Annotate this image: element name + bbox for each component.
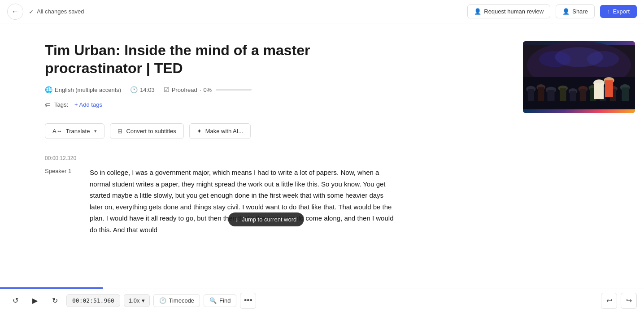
translate-icon: A↔	[52, 128, 62, 134]
svg-rect-10	[560, 88, 566, 101]
undo-icon: ↩	[606, 296, 612, 305]
video-preview	[523, 41, 635, 113]
proofread-progress-bar	[216, 89, 252, 91]
clock-icon: 🕐	[130, 86, 138, 93]
player-bar: ↺ ▶ ↻ 00:02:51.960 1.0x ▾ 🕐 Timecode 🔍 F…	[0, 289, 644, 312]
svg-rect-12	[570, 91, 576, 101]
request-review-label: Request human review	[484, 8, 544, 15]
editor-area[interactable]: Tim Urban: Inside the mind of a master p…	[0, 23, 514, 289]
more-icon: •••	[244, 296, 252, 305]
speed-value: 1.0x	[129, 297, 140, 304]
translate-chevron-icon: ▾	[94, 128, 97, 134]
search-icon: 🔍	[209, 297, 217, 304]
proofread-label: Proofread	[172, 87, 197, 93]
globe-icon: 🌐	[45, 86, 52, 93]
share-button[interactable]: 👤 Share	[556, 4, 595, 18]
convert-subtitles-button[interactable]: ⊞ Convert to subtitles	[110, 123, 183, 139]
back-button[interactable]: ←	[7, 4, 23, 20]
svg-rect-24	[594, 83, 604, 99]
find-label: Find	[219, 297, 231, 304]
timecode-icon: 🕐	[159, 297, 166, 304]
main-area: Tim Urban: Inside the mind of a master p…	[0, 23, 644, 289]
speaker-label: Speaker 1	[45, 167, 81, 235]
svg-rect-14	[580, 89, 586, 101]
export-icon: ↑	[607, 8, 610, 15]
svg-rect-22	[622, 87, 629, 101]
review-icon: 👤	[474, 8, 481, 15]
timecode-label: Timecode	[169, 297, 195, 304]
time-display: 00:02:51.960	[66, 294, 120, 307]
export-label: Export	[613, 8, 630, 15]
play-icon: ▶	[32, 296, 38, 305]
meta-row: 🌐 English (multiple accents) 🕐 14:03 ☑ P…	[45, 86, 487, 93]
editor-scroll-progress	[0, 287, 103, 289]
video-preview-svg	[523, 41, 635, 113]
proofread-separator: ·	[200, 87, 201, 93]
make-ai-label: Make with AI...	[205, 128, 244, 134]
rewind-icon: ↺	[13, 296, 18, 305]
svg-rect-26	[605, 80, 613, 97]
make-ai-button[interactable]: ✦ Make with AI...	[189, 123, 251, 139]
forward-icon: ↻	[52, 296, 58, 305]
forward-button[interactable]: ↻	[47, 293, 63, 309]
transcript-text[interactable]: So in college, I was a government major,…	[90, 167, 395, 235]
saved-text: All changes saved	[37, 8, 84, 15]
timecode-button[interactable]: 🕐 Timecode	[153, 294, 200, 307]
add-tags-button[interactable]: + Add tags	[72, 100, 105, 109]
language-meta: 🌐 English (multiple accents)	[45, 86, 121, 93]
convert-label: Convert to subtitles	[126, 128, 176, 134]
undo-button[interactable]: ↩	[601, 293, 617, 309]
language-value: English (multiple accents)	[55, 87, 121, 93]
back-icon: ←	[12, 8, 19, 16]
share-label: Share	[572, 8, 588, 15]
rewind-button[interactable]: ↺	[7, 293, 23, 309]
video-thumbnail	[523, 41, 635, 113]
find-button[interactable]: 🔍 Find	[204, 294, 236, 307]
svg-point-28	[539, 51, 571, 67]
tag-icon: 🏷	[45, 101, 51, 108]
proofread-percent: 0%	[203, 87, 212, 93]
tags-label: Tags:	[54, 101, 68, 108]
translate-label: Translate	[66, 128, 90, 134]
duration-meta: 🕐 14:03	[130, 86, 155, 93]
more-options-button[interactable]: •••	[240, 293, 256, 309]
ai-icon: ✦	[197, 128, 202, 134]
subtitles-icon: ⊞	[117, 128, 122, 134]
duration-value: 14:03	[140, 87, 155, 93]
tags-row: 🏷 Tags: + Add tags	[45, 100, 487, 109]
video-panel	[514, 23, 644, 289]
speed-chevron-icon: ▾	[142, 297, 145, 304]
request-review-button[interactable]: 👤 Request human review	[467, 4, 550, 18]
svg-rect-8	[547, 90, 554, 101]
share-icon: 👤	[562, 8, 570, 15]
translate-button[interactable]: A↔ Translate ▾	[45, 123, 104, 139]
export-button[interactable]: ↑ Export	[600, 5, 637, 18]
document-title: Tim Urban: Inside the mind of a master p…	[45, 41, 350, 77]
check-circle-icon: ☑	[164, 86, 170, 93]
transcript-block: Speaker 1 So in college, I was a governm…	[45, 167, 487, 235]
svg-point-29	[587, 51, 619, 67]
redo-icon: ↪	[626, 296, 632, 305]
action-buttons: A↔ Translate ▾ ⊞ Convert to subtitles ✦ …	[45, 123, 487, 139]
proofread-meta: ☑ Proofread · 0%	[164, 86, 252, 93]
add-tags-label: + Add tags	[74, 101, 102, 108]
header: ← ✓ All changes saved 👤 Request human re…	[0, 0, 644, 23]
redo-button[interactable]: ↪	[621, 293, 637, 309]
speed-selector[interactable]: 1.0x ▾	[124, 294, 150, 307]
transcript-timestamp: 00:00:12.320	[45, 155, 487, 161]
saved-status: ✓ All changes saved	[29, 8, 84, 15]
svg-rect-4	[528, 89, 534, 101]
play-button[interactable]: ▶	[27, 293, 43, 309]
check-icon: ✓	[29, 8, 34, 15]
svg-rect-6	[538, 87, 544, 101]
